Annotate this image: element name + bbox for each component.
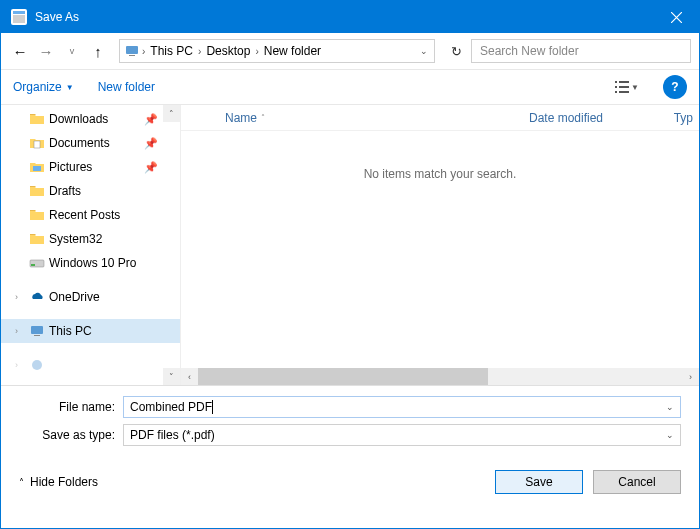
svg-rect-3 [126, 46, 138, 54]
back-button[interactable]: ← [9, 40, 31, 62]
chevron-down-icon[interactable]: ⌄ [666, 402, 674, 412]
forward-button[interactable]: → [35, 40, 57, 62]
expand-icon[interactable]: › [15, 360, 25, 370]
chevron-down-icon: ▼ [631, 83, 639, 92]
chevron-right-icon: › [196, 46, 203, 57]
breadcrumb[interactable]: › This PC › Desktop › New folder ⌄ [119, 39, 435, 63]
refresh-button[interactable]: ↻ [445, 40, 467, 62]
chevron-right-icon: › [140, 46, 147, 57]
svg-rect-16 [34, 335, 40, 336]
filename-label: File name: [19, 400, 123, 414]
svg-rect-8 [619, 81, 629, 83]
pin-icon: 📌 [144, 137, 158, 150]
sidebar-item-label: OneDrive [49, 290, 100, 304]
pc-icon [124, 43, 140, 59]
svg-rect-9 [619, 86, 629, 88]
sidebar-item-label: System32 [49, 232, 102, 246]
folder-icon [29, 207, 45, 223]
toolbar: Organize▼ New folder ▼ ? [1, 69, 699, 105]
svg-rect-14 [31, 264, 35, 266]
expand-icon[interactable]: › [15, 326, 25, 336]
sidebar-item-recent-posts[interactable]: Recent Posts [1, 203, 180, 227]
sidebar-item-label: Documents [49, 136, 110, 150]
chevron-up-icon: ˄ [19, 477, 24, 488]
chevron-down-icon: ▼ [66, 83, 74, 92]
svg-rect-12 [33, 166, 41, 171]
up-button[interactable]: ↑ [87, 40, 109, 62]
sidebar-item-drafts[interactable]: Drafts [1, 179, 180, 203]
folder-icon [29, 231, 45, 247]
sidebar-item-label: This PC [49, 324, 92, 338]
svg-rect-15 [31, 326, 43, 334]
main-area: ˄ Downloads 📌 Documents 📌 Pictures 📌 [1, 105, 699, 385]
search-input[interactable]: Search New folder [471, 39, 691, 63]
chevron-right-icon: › [253, 46, 260, 57]
filename-input[interactable]: Combined PDF ⌄ [123, 396, 681, 418]
scroll-thumb[interactable] [198, 368, 488, 385]
view-options-button[interactable]: ▼ [615, 75, 639, 99]
column-date[interactable]: Date modified [529, 111, 659, 125]
column-headers: Name˄ Date modified Typ [181, 105, 699, 131]
savetype-select[interactable]: PDF files (*.pdf) ⌄ [123, 424, 681, 446]
new-folder-button[interactable]: New folder [98, 80, 155, 94]
pin-icon: 📌 [144, 161, 158, 174]
folder-icon [29, 183, 45, 199]
breadcrumb-seg-thispc[interactable]: This PC [147, 44, 196, 58]
documents-icon [29, 135, 45, 151]
pictures-icon [29, 159, 45, 175]
sidebar-item-windows10pro[interactable]: Windows 10 Pro [1, 251, 180, 275]
close-icon [671, 12, 682, 23]
svg-rect-10 [619, 91, 629, 93]
close-button[interactable] [653, 1, 699, 33]
cancel-button[interactable]: Cancel [593, 470, 681, 494]
svg-rect-7 [615, 91, 617, 93]
hide-folders-button[interactable]: ˄ Hide Folders [19, 475, 98, 489]
help-button[interactable]: ? [663, 75, 687, 99]
save-button[interactable]: Save [495, 470, 583, 494]
pin-icon: 📌 [144, 113, 158, 126]
savetype-label: Save as type: [19, 428, 123, 442]
svg-rect-2 [13, 15, 25, 23]
column-type[interactable]: Typ [659, 111, 699, 125]
svg-rect-6 [615, 86, 617, 88]
scroll-right-button[interactable]: › [682, 368, 699, 385]
breadcrumb-seg-newfolder[interactable]: New folder [261, 44, 324, 58]
svg-rect-1 [13, 11, 25, 14]
footer: ˄ Hide Folders Save Cancel [1, 456, 699, 502]
column-name[interactable]: Name˄ [181, 111, 529, 125]
sort-asc-icon: ˄ [261, 113, 265, 122]
savetype-value: PDF files (*.pdf) [130, 428, 215, 442]
chevron-down-icon: ˅ [169, 372, 174, 382]
sidebar-item-thispc[interactable]: › This PC [1, 319, 180, 343]
breadcrumb-seg-desktop[interactable]: Desktop [203, 44, 253, 58]
sidebar-item-onedrive[interactable]: › OneDrive [1, 285, 180, 309]
onedrive-icon [29, 289, 45, 305]
scroll-track[interactable] [198, 368, 682, 385]
sidebar-item-network[interactable]: › [1, 353, 180, 377]
empty-message: No items match your search. [181, 167, 699, 181]
app-icon [11, 9, 27, 25]
sidebar-item-documents[interactable]: Documents 📌 [1, 131, 180, 155]
sidebar-item-label: Downloads [49, 112, 108, 126]
view-icon [615, 80, 629, 94]
sidebar-item-downloads[interactable]: Downloads 📌 [1, 107, 180, 131]
expand-icon[interactable]: › [15, 292, 25, 302]
svg-rect-11 [34, 141, 40, 148]
folder-icon [29, 111, 45, 127]
drive-icon [29, 255, 45, 271]
scroll-left-button[interactable]: ‹ [181, 368, 198, 385]
sidebar-item-system32[interactable]: System32 [1, 227, 180, 251]
recent-dropdown[interactable]: v [61, 40, 83, 62]
sidebar-item-label: Windows 10 Pro [49, 256, 136, 270]
svg-rect-4 [129, 55, 135, 56]
breadcrumb-dropdown[interactable]: ⌄ [414, 46, 434, 56]
sidebar-item-pictures[interactable]: Pictures 📌 [1, 155, 180, 179]
organize-button[interactable]: Organize▼ [13, 80, 74, 94]
horizontal-scrollbar[interactable]: ‹ › [181, 368, 699, 385]
network-icon [29, 357, 45, 373]
svg-rect-5 [615, 81, 617, 83]
text-cursor [212, 400, 213, 414]
chevron-down-icon[interactable]: ⌄ [666, 430, 674, 440]
filename-value: Combined PDF [130, 400, 212, 414]
sidebar-scroll-down[interactable]: ˅ [163, 368, 180, 385]
